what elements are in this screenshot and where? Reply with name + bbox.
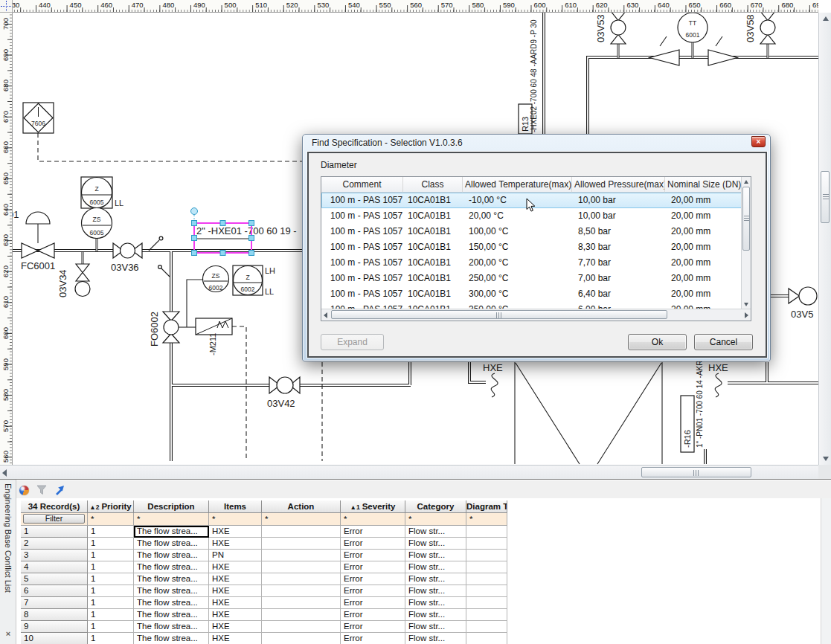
table-cell: 8,50 bar bbox=[572, 224, 665, 239]
filter-cell[interactable]: * bbox=[341, 513, 405, 526]
instrument-z6005[interactable]: Z 6005 bbox=[81, 177, 112, 208]
goto-diagram-icon[interactable] bbox=[54, 485, 65, 496]
column-header[interactable]: Nominal Size (DN) bbox=[665, 177, 742, 193]
valve-03v34[interactable] bbox=[75, 264, 90, 297]
conflict-row[interactable]: 41The flow strea...HXEErrorFlow str... bbox=[21, 561, 507, 573]
table-row[interactable]: 100 m - PAS 105710CA01B1100,00 °C8,50 ba… bbox=[321, 224, 742, 239]
conflict-table[interactable]: 34 Record(s)▲2PriorityDescriptionItemsAc… bbox=[21, 500, 507, 644]
instrument-z6002[interactable]: Z 6002 bbox=[233, 265, 263, 295]
conflict-column-header[interactable]: ▲2Priority bbox=[88, 500, 134, 513]
conflict-row[interactable]: 101The flow strea...HXEErrorFlow str... bbox=[21, 633, 507, 644]
label-hxe-left: HXE bbox=[483, 362, 503, 373]
ok-button[interactable]: Ok bbox=[628, 334, 687, 350]
filter-cell[interactable]: * bbox=[466, 513, 507, 526]
table-row[interactable]: 100 m - PAS 105710CA01B1250,00 °C7,00 ba… bbox=[321, 271, 742, 286]
canvas-hscrollbar[interactable] bbox=[0, 465, 818, 479]
row-number-cell[interactable]: 9 bbox=[21, 621, 88, 633]
valve-03v5x[interactable] bbox=[789, 287, 817, 305]
valve-fo6002[interactable] bbox=[163, 312, 179, 343]
panel-close-icon[interactable]: × bbox=[3, 628, 13, 639]
conflict-row[interactable]: 91The flow strea...HXEErrorFlow str... bbox=[21, 621, 507, 633]
filter-cell[interactable]: * bbox=[134, 513, 209, 526]
conflict-cell: HXE bbox=[209, 585, 262, 597]
table-header-row[interactable]: CommentClassAllowed Temperature(max)Allo… bbox=[321, 177, 742, 193]
cancel-button[interactable]: Cancel bbox=[694, 334, 753, 350]
scroll-left-icon[interactable] bbox=[2, 469, 7, 477]
conflict-cell: HXE bbox=[209, 597, 262, 609]
conflict-column-header[interactable]: ▲1Severity bbox=[341, 500, 405, 513]
table-cell: 20,00 °C bbox=[463, 208, 572, 224]
row-number-cell[interactable]: 1 bbox=[21, 526, 88, 538]
row-number-cell[interactable]: 5 bbox=[21, 573, 88, 585]
expand-button[interactable]: Expand bbox=[321, 334, 384, 350]
column-header[interactable]: Allowed Temperature(max) bbox=[463, 177, 572, 193]
column-header[interactable]: Allowed Pressure(max) bbox=[572, 177, 665, 193]
table-vscroll-thumb[interactable] bbox=[742, 187, 750, 251]
column-header[interactable]: Class bbox=[403, 177, 463, 193]
scroll-right-icon[interactable] bbox=[745, 312, 748, 318]
table-vscrollbar[interactable] bbox=[741, 177, 751, 309]
filter-cell[interactable]: * bbox=[209, 513, 262, 526]
scroll-up-icon[interactable] bbox=[744, 180, 748, 184]
conflict-column-header[interactable]: Category bbox=[405, 500, 466, 513]
row-number-cell[interactable]: 8 bbox=[21, 609, 88, 621]
instrument-zs6005[interactable]: ZS 6005 bbox=[82, 208, 112, 239]
conflict-column-header[interactable]: Action bbox=[262, 500, 341, 513]
row-number-cell[interactable]: 6 bbox=[21, 585, 88, 597]
conflict-column-header[interactable]: 34 Record(s) bbox=[21, 500, 88, 513]
conflict-row[interactable]: 11The flow strea...HXEErrorFlow str... bbox=[21, 526, 507, 538]
filter-cell[interactable]: * bbox=[262, 513, 341, 526]
instrument-tt6001[interactable]: TT 6001 bbox=[678, 13, 708, 42]
conflict-header-row: 34 Record(s)▲2PriorityDescriptionItemsAc… bbox=[21, 500, 507, 513]
conflict-row[interactable]: 31The flow strea...PNErrorFlow str... bbox=[21, 550, 507, 561]
filter-icon[interactable] bbox=[36, 485, 47, 495]
instrument-zs6002[interactable]: ZS 6002 bbox=[203, 266, 229, 292]
panel-vscrollbar[interactable] bbox=[821, 498, 831, 644]
conflict-row[interactable]: 51The flow strea...HXEErrorFlow str... bbox=[21, 573, 507, 585]
conflict-row[interactable]: 21The flow strea...HXEErrorFlow str... bbox=[21, 538, 507, 550]
scroll-left-icon[interactable] bbox=[324, 312, 327, 318]
table-row[interactable]: 100 m - PAS 105710CA01B1300,00 °C6,40 ba… bbox=[321, 286, 742, 302]
conflict-row[interactable]: 71The flow strea...HXEErrorFlow str... bbox=[21, 597, 507, 609]
row-number-cell[interactable]: 2 bbox=[21, 538, 88, 550]
instrument-7606[interactable]: 7606 bbox=[23, 103, 54, 133]
table-row[interactable]: 100 m - PAS 105710CA01B1200,00 °C7,70 ba… bbox=[321, 255, 742, 271]
conflict-row[interactable]: 81The flow strea...HXEErrorFlow str... bbox=[21, 609, 507, 621]
scroll-up-icon[interactable] bbox=[823, 16, 829, 21]
tag-box-r16[interactable]: -R16 bbox=[681, 396, 694, 452]
filter-button[interactable]: Filter bbox=[23, 514, 85, 524]
valve-03v58[interactable] bbox=[760, 11, 775, 44]
conflict-row[interactable]: 61The flow strea...HXEErrorFlow str... bbox=[21, 585, 507, 597]
conflict-column-header[interactable]: Items bbox=[209, 500, 262, 513]
conflict-column-header[interactable]: Diagram T... bbox=[466, 500, 507, 513]
solenoid-m211[interactable] bbox=[196, 318, 232, 335]
table-row[interactable]: 100 m - PAS 105710CA01B1150,00 °C8,30 ba… bbox=[321, 239, 742, 255]
row-number-cell[interactable]: 4 bbox=[21, 561, 88, 573]
table-hscrollbar[interactable] bbox=[321, 309, 751, 321]
rotate-handle[interactable] bbox=[191, 208, 198, 215]
row-number-cell[interactable]: 7 bbox=[21, 597, 88, 609]
vscroll-thumb[interactable] bbox=[821, 171, 830, 223]
legend-ball-icon[interactable] bbox=[19, 486, 29, 495]
svg-text:TT: TT bbox=[689, 19, 696, 27]
row-number-cell[interactable]: 10 bbox=[21, 633, 88, 644]
close-icon[interactable]: × bbox=[751, 136, 766, 147]
canvas-vscrollbar[interactable] bbox=[818, 13, 831, 465]
conflict-column-header[interactable]: Description bbox=[134, 500, 209, 513]
valve-03v36[interactable] bbox=[113, 243, 142, 258]
filter-button-cell[interactable]: Filter bbox=[21, 513, 88, 526]
conflict-cell: Flow str... bbox=[405, 526, 466, 538]
selected-pipe-tag[interactable]: 2" -HXE01 -700 60 19 - bbox=[191, 208, 297, 256]
row-number-cell[interactable]: 3 bbox=[21, 550, 88, 561]
scroll-down-icon[interactable] bbox=[744, 303, 748, 306]
scroll-down-icon[interactable] bbox=[823, 457, 829, 461]
filter-cell[interactable]: * bbox=[405, 513, 466, 526]
table-hscroll-thumb[interactable] bbox=[331, 310, 667, 319]
filter-cell[interactable]: * bbox=[88, 513, 134, 526]
valve-03v53[interactable] bbox=[611, 11, 626, 44]
column-header[interactable]: Comment bbox=[321, 177, 403, 193]
table-row[interactable]: 100 m - PAS 105710CA01B1350,00 °C6,00 ba… bbox=[321, 302, 742, 309]
hscroll-thumb[interactable] bbox=[641, 467, 751, 477]
valve-03v42[interactable] bbox=[269, 377, 300, 393]
ruler-tick-label: 540 bbox=[348, 1, 360, 9]
